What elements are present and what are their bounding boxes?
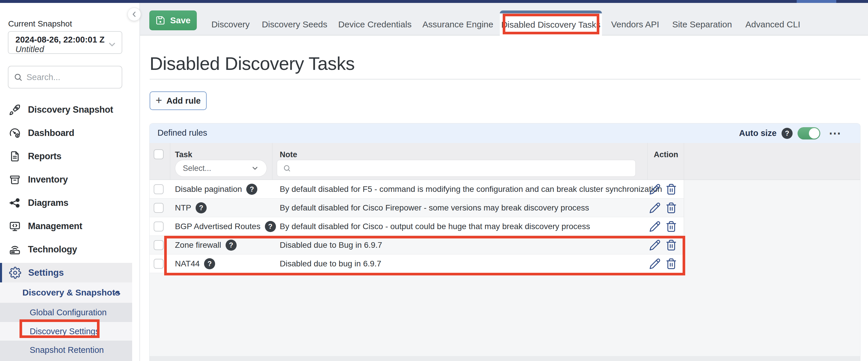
panel-title: Defined rules [157, 128, 207, 138]
task-value: NAT44 [175, 259, 200, 268]
save-icon [155, 16, 165, 25]
help-icon[interactable]: ? [781, 128, 793, 139]
sidebar-item-reports[interactable]: Reports [0, 145, 132, 168]
sidebar-item-dashboard[interactable]: Dashboard [0, 121, 132, 145]
auto-size-toggle[interactable] [798, 127, 820, 140]
router-icon [9, 243, 21, 255]
panel-menu-icon[interactable]: ⋯ [829, 130, 841, 136]
sidebar-collapse-button[interactable] [127, 7, 141, 21]
table-row: NTP? By default disabled for Cisco Firep… [150, 199, 684, 217]
sidebar-item-label: Snapshot Retention [30, 345, 104, 355]
delete-icon[interactable] [665, 221, 677, 232]
sidebar-item-discovery-snapshot[interactable]: Discovery Snapshot [0, 98, 132, 121]
note-value: Disabled due to bug in 6.9.7 [280, 254, 381, 273]
add-rule-button[interactable]: + Add rule [150, 91, 207, 110]
delete-icon[interactable] [665, 258, 677, 270]
tab-assurance-engine[interactable]: Assurance Engine [422, 13, 493, 35]
row-checkbox[interactable] [154, 259, 163, 269]
row-checkbox[interactable] [154, 203, 163, 213]
edit-icon[interactable] [649, 183, 661, 195]
note-value: By default disabled for F5 - command is … [280, 180, 662, 199]
network-icon [9, 197, 21, 209]
sidebar-item-settings[interactable]: Settings [0, 263, 132, 282]
active-tab-indicator [500, 10, 602, 13]
select-all-checkbox[interactable] [154, 149, 163, 159]
edit-icon[interactable] [649, 239, 661, 251]
sidebar-item-snapshot-retention[interactable]: Snapshot Retention [0, 341, 132, 361]
column-header-task: Task [175, 150, 192, 159]
tab-discovery-seeds[interactable]: Discovery Seeds [262, 13, 327, 35]
defined-rules-panel: Defined rules Auto size ? ⋯ Task Note Ac… [149, 123, 861, 361]
tab-discovery[interactable]: Discovery [211, 13, 250, 35]
sidebar-item-label: Management [28, 221, 82, 232]
sidebar-item-inventory[interactable]: Inventory [0, 168, 132, 191]
help-icon[interactable]: ? [225, 240, 237, 251]
top-navigation-strip [0, 0, 868, 3]
edit-icon[interactable] [649, 221, 661, 232]
page-title: Disabled Discovery Tasks [150, 53, 355, 74]
help-icon[interactable]: ? [204, 258, 215, 269]
sidebar-search[interactable] [8, 66, 122, 89]
sidebar-item-management[interactable]: Management [0, 215, 132, 238]
table-header-row: Task Note Action Select... [150, 143, 860, 180]
tab-disabled-discovery-tasks[interactable]: Disabled Discovery Tasks [500, 10, 602, 36]
tab-advanced-cli[interactable]: Advanced CLI [745, 13, 800, 35]
horizontal-scrollbar[interactable] [150, 356, 860, 361]
snapshot-select[interactable]: 2024-08-26, 22:00:01 Z Untitled [8, 31, 122, 54]
help-icon[interactable]: ? [265, 221, 276, 232]
column-divider [684, 143, 684, 273]
help-icon[interactable]: ? [246, 184, 257, 195]
sidebar-group-discovery-and-snapshots[interactable]: Discovery & Snapshots [0, 282, 132, 303]
delete-icon[interactable] [665, 202, 677, 214]
edit-icon[interactable] [649, 258, 661, 270]
sidebar-item-label: Inventory [28, 174, 68, 185]
task-value: Disable pagination [175, 185, 242, 194]
sidebar-item-label: Diagrams [28, 198, 68, 208]
sidebar-item-discovery-settings[interactable]: Discovery Settings [0, 322, 132, 341]
delete-icon[interactable] [665, 183, 677, 195]
sidebar: Current Snapshot 2024-08-26, 22:00:01 Z … [0, 3, 140, 361]
sidebar-group-label: Discovery & Snapshots [23, 288, 120, 298]
note-filter-input[interactable] [277, 160, 636, 177]
sidebar-item-global-configuration[interactable]: Global Configuration [0, 303, 132, 322]
table-row: Disable pagination? By default disabled … [150, 180, 684, 199]
tab-device-credentials[interactable]: Device Credentials [338, 13, 411, 35]
task-value: NTP [175, 203, 191, 213]
help-icon[interactable]: ? [196, 202, 207, 213]
app-window: Current Snapshot 2024-08-26, 22:00:01 Z … [0, 0, 868, 361]
chevron-down-icon [251, 164, 259, 172]
row-checkbox[interactable] [154, 221, 163, 232]
note-value: By default disabled for Cisco Firepower … [280, 199, 589, 217]
table-row: BGP Advertised Routes? By default disabl… [150, 217, 684, 236]
search-icon [283, 164, 291, 172]
task-value: Zone firewall [175, 240, 221, 250]
search-input[interactable] [27, 72, 111, 82]
snapshot-date: 2024-08-26, 22:00:01 Z [16, 35, 105, 44]
gauge-icon [9, 127, 21, 139]
monitor-icon [9, 220, 21, 232]
chevron-up-icon [112, 288, 122, 298]
task-filter-select[interactable]: Select... [175, 160, 267, 177]
edit-icon[interactable] [649, 202, 661, 214]
tab-vendors-api[interactable]: Vendors API [611, 13, 659, 35]
sidebar-item-label: Settings [28, 268, 64, 278]
sidebar-item-label: Discovery Settings [30, 327, 99, 336]
tab-site-separation[interactable]: Site Separation [672, 13, 732, 35]
sidebar-item-label: Discovery Snapshot [28, 104, 113, 115]
save-button[interactable]: Save [149, 10, 197, 30]
sidebar-item-technology[interactable]: Technology [0, 238, 132, 261]
sidebar-item-label: Dashboard [28, 128, 74, 138]
sidebar-item-label: Reports [28, 151, 61, 161]
row-checkbox[interactable] [154, 184, 163, 194]
column-header-action: Action [654, 150, 678, 159]
archive-icon [9, 174, 21, 186]
sidebar-item-diagrams[interactable]: Diagrams [0, 191, 132, 215]
auto-size-label: Auto size [739, 128, 777, 138]
column-header-note: Note [280, 150, 297, 159]
delete-icon[interactable] [665, 239, 677, 251]
row-checkbox[interactable] [154, 240, 163, 250]
note-value: By default disabled for Cisco - output c… [280, 217, 590, 236]
sidebar-item-label: Technology [28, 244, 77, 255]
search-icon [14, 73, 23, 82]
gear-icon [9, 267, 21, 279]
